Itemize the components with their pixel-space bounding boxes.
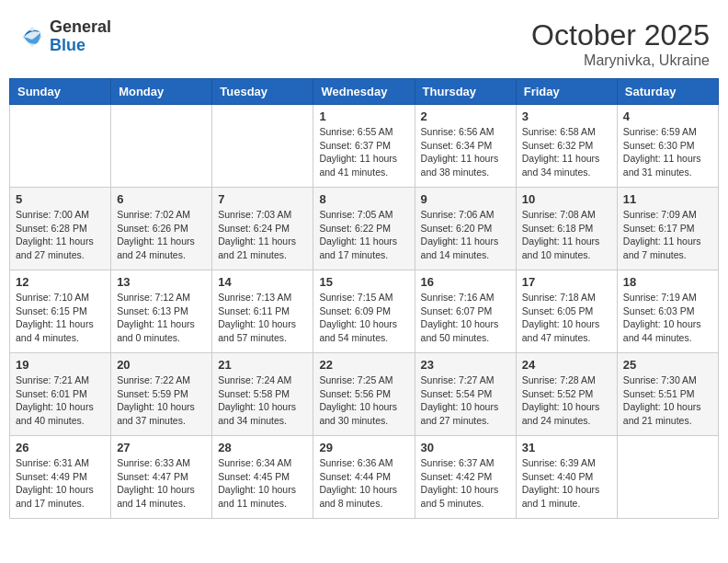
day-info: Sunrise: 7:00 AM Sunset: 6:28 PM Dayligh… [16,208,105,262]
calendar-week-row: 12Sunrise: 7:10 AM Sunset: 6:15 PM Dayli… [10,270,719,353]
day-number: 3 [522,109,611,123]
calendar-day-cell: 4Sunrise: 6:59 AM Sunset: 6:30 PM Daylig… [617,105,718,188]
calendar-day-cell: 23Sunrise: 7:27 AM Sunset: 5:54 PM Dayli… [415,353,516,436]
calendar-day-cell: 25Sunrise: 7:30 AM Sunset: 5:51 PM Dayli… [617,353,718,436]
day-number: 19 [16,358,105,372]
calendar-week-row: 19Sunrise: 7:21 AM Sunset: 6:01 PM Dayli… [10,353,719,436]
day-of-week-header: Friday [516,79,617,105]
day-info: Sunrise: 6:56 AM Sunset: 6:34 PM Dayligh… [421,125,510,179]
calendar-day-cell: 9Sunrise: 7:06 AM Sunset: 6:20 PM Daylig… [415,188,516,270]
day-info: Sunrise: 7:08 AM Sunset: 6:18 PM Dayligh… [522,208,611,262]
calendar-day-cell: 19Sunrise: 7:21 AM Sunset: 6:01 PM Dayli… [10,353,111,436]
day-info: Sunrise: 7:10 AM Sunset: 6:15 PM Dayligh… [16,291,105,345]
calendar-day-cell: 18Sunrise: 7:19 AM Sunset: 6:03 PM Dayli… [617,270,718,353]
calendar-day-cell: 22Sunrise: 7:25 AM Sunset: 5:56 PM Dayli… [313,353,415,436]
calendar-day-cell: 12Sunrise: 7:10 AM Sunset: 6:15 PM Dayli… [10,270,111,353]
day-number: 15 [319,275,408,289]
day-number: 14 [218,275,307,289]
day-info: Sunrise: 6:58 AM Sunset: 6:32 PM Dayligh… [522,125,611,179]
day-number: 1 [319,109,408,123]
calendar-day-cell: 29Sunrise: 6:36 AM Sunset: 4:44 PM Dayli… [313,436,415,519]
day-info: Sunrise: 7:16 AM Sunset: 6:07 PM Dayligh… [421,291,510,345]
day-info: Sunrise: 7:12 AM Sunset: 6:13 PM Dayligh… [117,291,206,345]
day-number: 24 [522,358,611,372]
day-info: Sunrise: 6:36 AM Sunset: 4:44 PM Dayligh… [319,456,408,511]
page-header: General Blue October 2025 Marynivka, Ukr… [9,9,719,74]
day-info: Sunrise: 7:18 AM Sunset: 6:05 PM Dayligh… [522,291,611,345]
day-info: Sunrise: 7:03 AM Sunset: 6:24 PM Dayligh… [218,208,307,262]
calendar-day-cell: 5Sunrise: 7:00 AM Sunset: 6:28 PM Daylig… [10,188,111,270]
day-of-week-header: Tuesday [212,79,313,105]
day-info: Sunrise: 7:15 AM Sunset: 6:09 PM Dayligh… [319,291,408,345]
calendar-week-row: 26Sunrise: 6:31 AM Sunset: 4:49 PM Dayli… [10,436,719,519]
day-number: 25 [623,358,712,372]
calendar-week-row: 5Sunrise: 7:00 AM Sunset: 6:28 PM Daylig… [10,188,719,270]
calendar-day-cell [111,105,212,188]
day-number: 10 [522,192,611,206]
logo-text: General Blue [50,18,111,55]
day-number: 23 [421,358,510,372]
day-info: Sunrise: 7:09 AM Sunset: 6:17 PM Dayligh… [623,208,712,262]
calendar-day-cell: 26Sunrise: 6:31 AM Sunset: 4:49 PM Dayli… [10,436,111,519]
day-number: 22 [319,358,408,372]
calendar-day-cell: 21Sunrise: 7:24 AM Sunset: 5:58 PM Dayli… [212,353,313,436]
day-number: 2 [421,109,510,123]
day-number: 21 [218,358,307,372]
day-info: Sunrise: 6:59 AM Sunset: 6:30 PM Dayligh… [623,125,712,179]
calendar-day-cell: 11Sunrise: 7:09 AM Sunset: 6:17 PM Dayli… [617,188,718,270]
calendar-day-cell: 1Sunrise: 6:55 AM Sunset: 6:37 PM Daylig… [313,105,415,188]
calendar-day-cell: 28Sunrise: 6:34 AM Sunset: 4:45 PM Dayli… [212,436,313,519]
calendar-day-cell: 8Sunrise: 7:05 AM Sunset: 6:22 PM Daylig… [313,188,415,270]
calendar-day-cell [10,105,111,188]
day-number: 26 [16,441,105,454]
calendar-day-cell: 31Sunrise: 6:39 AM Sunset: 4:40 PM Dayli… [516,436,617,519]
logo-icon [18,23,46,51]
day-number: 6 [117,192,206,206]
day-number: 4 [623,109,712,123]
day-info: Sunrise: 7:22 AM Sunset: 5:59 PM Dayligh… [117,373,206,428]
day-info: Sunrise: 6:39 AM Sunset: 4:40 PM Dayligh… [522,456,611,511]
day-info: Sunrise: 6:33 AM Sunset: 4:47 PM Dayligh… [117,456,206,511]
day-number: 17 [522,275,611,289]
calendar-day-cell: 2Sunrise: 6:56 AM Sunset: 6:34 PM Daylig… [415,105,516,188]
day-number: 9 [421,192,510,206]
calendar-day-cell: 6Sunrise: 7:02 AM Sunset: 6:26 PM Daylig… [111,188,212,270]
day-of-week-header: Sunday [10,79,111,105]
calendar-day-cell: 13Sunrise: 7:12 AM Sunset: 6:13 PM Dayli… [111,270,212,353]
calendar-day-cell [617,436,718,519]
day-number: 31 [522,441,611,454]
calendar-week-row: 1Sunrise: 6:55 AM Sunset: 6:37 PM Daylig… [10,105,719,188]
day-info: Sunrise: 7:24 AM Sunset: 5:58 PM Dayligh… [218,373,307,428]
month-title: October 2025 [531,18,710,52]
day-info: Sunrise: 7:27 AM Sunset: 5:54 PM Dayligh… [421,373,510,428]
day-info: Sunrise: 7:21 AM Sunset: 6:01 PM Dayligh… [16,373,105,428]
location: Marynivka, Ukraine [531,52,710,69]
day-info: Sunrise: 7:19 AM Sunset: 6:03 PM Dayligh… [623,291,712,345]
day-number: 27 [117,441,206,454]
day-number: 12 [16,275,105,289]
calendar-day-cell: 14Sunrise: 7:13 AM Sunset: 6:11 PM Dayli… [212,270,313,353]
calendar-day-cell: 20Sunrise: 7:22 AM Sunset: 5:59 PM Dayli… [111,353,212,436]
day-info: Sunrise: 6:34 AM Sunset: 4:45 PM Dayligh… [218,456,307,511]
day-info: Sunrise: 6:31 AM Sunset: 4:49 PM Dayligh… [16,456,105,511]
day-of-week-header: Monday [111,79,212,105]
calendar-day-cell: 10Sunrise: 7:08 AM Sunset: 6:18 PM Dayli… [516,188,617,270]
logo: General Blue [18,18,111,55]
day-info: Sunrise: 7:30 AM Sunset: 5:51 PM Dayligh… [623,373,712,428]
day-number: 18 [623,275,712,289]
day-number: 16 [421,275,510,289]
day-of-week-header: Thursday [415,79,516,105]
day-number: 5 [16,192,105,206]
day-info: Sunrise: 7:28 AM Sunset: 5:52 PM Dayligh… [522,373,611,428]
calendar-day-cell [212,105,313,188]
day-info: Sunrise: 7:25 AM Sunset: 5:56 PM Dayligh… [319,373,408,428]
day-number: 11 [623,192,712,206]
day-number: 8 [319,192,408,206]
calendar-day-cell: 17Sunrise: 7:18 AM Sunset: 6:05 PM Dayli… [516,270,617,353]
day-info: Sunrise: 7:05 AM Sunset: 6:22 PM Dayligh… [319,208,408,262]
calendar-day-cell: 27Sunrise: 6:33 AM Sunset: 4:47 PM Dayli… [111,436,212,519]
day-info: Sunrise: 6:37 AM Sunset: 4:42 PM Dayligh… [421,456,510,511]
day-info: Sunrise: 7:02 AM Sunset: 6:26 PM Dayligh… [117,208,206,262]
day-number: 29 [319,441,408,454]
calendar-day-cell: 24Sunrise: 7:28 AM Sunset: 5:52 PM Dayli… [516,353,617,436]
